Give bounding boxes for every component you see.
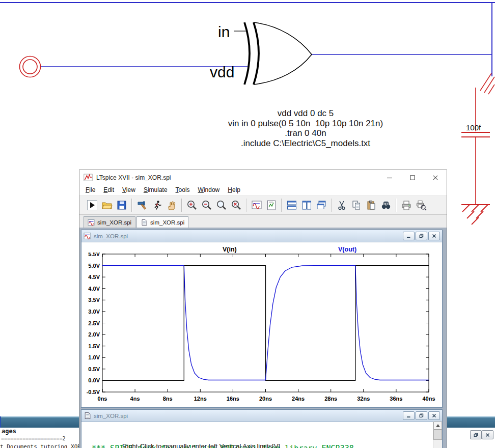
svg-text:32ns: 32ns bbox=[357, 396, 370, 402]
toolbar-run-icon[interactable] bbox=[85, 197, 99, 213]
waveform-plot[interactable]: 5.5V5.0V4.5V4.0V3.5V3.0V2.5V2.0V1.5V1.0V… bbox=[81, 253, 442, 406]
child-close-button[interactable] bbox=[428, 232, 440, 240]
tab-label: sim_XOR.spi bbox=[150, 219, 184, 226]
input-port-symbol[interactable] bbox=[20, 57, 41, 77]
legend-v-out[interactable]: V(out) bbox=[338, 246, 356, 253]
capacitor-symbol[interactable] bbox=[461, 88, 490, 205]
toolbar-separator bbox=[246, 199, 246, 212]
svg-text:5.0V: 5.0V bbox=[88, 263, 100, 269]
toolbar-control-panel-icon[interactable] bbox=[134, 197, 149, 213]
spice-directive-line[interactable]: vin in 0 pulse(0 5 10n 10p 10p 10n 21n) bbox=[168, 119, 443, 129]
gate-input-label[interactable]: in bbox=[218, 23, 230, 40]
netlist-icon bbox=[141, 219, 148, 226]
toolbar-print-icon[interactable] bbox=[399, 197, 414, 213]
child-restore-button[interactable] bbox=[416, 232, 427, 240]
svg-text:40ns: 40ns bbox=[422, 396, 435, 402]
mdi-workspace: sim_XOR.spi V(in) V(out) 5.5V5.0V4.5V4.0… bbox=[79, 228, 447, 448]
svg-text:0.5V: 0.5V bbox=[88, 366, 100, 372]
toolbar-copy-icon[interactable] bbox=[349, 197, 364, 213]
toolbar-zoom-back-icon[interactable] bbox=[199, 197, 214, 213]
toolbar-cut-icon[interactable] bbox=[334, 197, 349, 213]
child-restore-button[interactable] bbox=[416, 411, 427, 420]
svg-text:3.5V: 3.5V bbox=[88, 297, 100, 303]
svg-text:0ns: 0ns bbox=[98, 396, 107, 402]
toolbar-pan-icon[interactable] bbox=[214, 197, 229, 213]
toolbar-zoom-full-extents-icon[interactable] bbox=[229, 197, 243, 213]
toolbar-separator bbox=[181, 199, 182, 212]
child-minimize-button[interactable] bbox=[403, 232, 415, 240]
desktop: in vdd 100f vdd vdd 0 dc 5 vin in 0 puls… bbox=[0, 0, 495, 448]
background-restore-button[interactable] bbox=[470, 430, 482, 439]
menu-window[interactable]: Window bbox=[194, 185, 224, 194]
window-title: LTspice XVII - sim_XOR.spi bbox=[96, 174, 171, 181]
maximize-button[interactable] bbox=[401, 170, 424, 185]
spice-directive-line[interactable]: .include C:\Electric\C5_models.txt bbox=[168, 138, 443, 149]
menu-simulate[interactable]: Simulate bbox=[140, 185, 172, 194]
close-button[interactable] bbox=[424, 170, 447, 185]
menu-edit[interactable]: Edit bbox=[99, 185, 118, 194]
window-title: sim_XOR.spi bbox=[94, 233, 128, 239]
menu-tools[interactable]: Tools bbox=[172, 185, 194, 194]
svg-text:1.5V: 1.5V bbox=[88, 343, 100, 349]
svg-text:1.0V: 1.0V bbox=[88, 354, 100, 360]
svg-text:20ns: 20ns bbox=[259, 396, 272, 402]
toolbar-halt-icon[interactable] bbox=[164, 197, 179, 213]
toolbar-separator bbox=[131, 199, 132, 212]
svg-text:4.0V: 4.0V bbox=[88, 286, 100, 292]
schematic-wires[interactable] bbox=[41, 54, 492, 67]
waveform-icon bbox=[88, 219, 95, 226]
toolbar-open-icon[interactable] bbox=[99, 197, 114, 213]
gate-power-label[interactable]: vdd bbox=[210, 64, 234, 80]
toolbar-print-preview-icon[interactable] bbox=[414, 197, 428, 213]
toolbar-tile-vertical-icon[interactable] bbox=[299, 197, 314, 213]
minimize-button[interactable] bbox=[378, 170, 401, 185]
menu-view[interactable]: View bbox=[118, 185, 140, 194]
child-close-button[interactable] bbox=[428, 411, 440, 420]
toolbar-autorange-y-icon[interactable] bbox=[249, 197, 264, 213]
capacitor-value-label[interactable]: 100f bbox=[466, 123, 481, 132]
legend-v-in[interactable]: V(in) bbox=[223, 246, 237, 253]
waveform-window-titlebar[interactable]: sim_XOR.spi bbox=[81, 230, 442, 242]
status-bar-text: Right-Click to manually enter left Verti… bbox=[122, 442, 280, 448]
menu-file[interactable]: File bbox=[81, 185, 99, 194]
toolbar-zoom-area-icon[interactable] bbox=[184, 197, 199, 213]
scroll-up-button[interactable] bbox=[433, 422, 442, 430]
toolbar-plot-settings-icon[interactable] bbox=[264, 197, 279, 213]
background-close-button[interactable] bbox=[482, 430, 493, 439]
toolbar-cascade-icon[interactable] bbox=[314, 197, 328, 213]
ltspice-app-icon bbox=[84, 173, 93, 182]
spice-directive-line[interactable]: .tran 0 40n bbox=[168, 128, 443, 138]
toolbar-save-icon[interactable] bbox=[114, 197, 129, 213]
svg-text:28ns: 28ns bbox=[324, 396, 337, 402]
tab-waveform[interactable]: sim_XOR.spi bbox=[84, 216, 135, 228]
child-minimize-button[interactable] bbox=[403, 411, 415, 420]
svg-text:2.5V: 2.5V bbox=[88, 320, 100, 326]
xor-gate-symbol[interactable] bbox=[234, 22, 312, 85]
netlist-scrollbar[interactable] bbox=[433, 422, 442, 448]
edge-marker bbox=[480, 73, 494, 94]
spice-directive-line[interactable]: vdd vdd 0 dc 5 bbox=[168, 108, 443, 119]
ltspice-titlebar[interactable]: LTspice XVII - sim_XOR.spi bbox=[79, 170, 447, 185]
scroll-thumb[interactable] bbox=[433, 430, 442, 440]
svg-text:0.0V: 0.0V bbox=[88, 377, 100, 383]
toolbar-separator bbox=[281, 199, 282, 212]
ground-symbol[interactable] bbox=[461, 205, 490, 225]
messages-separator-line: ====================2 bbox=[1, 436, 65, 441]
waveform-window[interactable]: sim_XOR.spi V(in) V(out) 5.5V5.0V4.5V4.0… bbox=[81, 230, 443, 408]
frame-lines bbox=[0, 3, 495, 76]
netlist-icon bbox=[84, 412, 91, 419]
toolbar-run-simulation-icon[interactable] bbox=[149, 197, 164, 213]
svg-text:5.5V: 5.5V bbox=[88, 253, 100, 257]
spice-directives[interactable]: vdd vdd 0 dc 5 vin in 0 pulse(0 5 10n 10… bbox=[168, 108, 443, 148]
toolbar bbox=[79, 195, 447, 215]
svg-text:-0.5V: -0.5V bbox=[87, 389, 100, 395]
menu-help[interactable]: Help bbox=[224, 185, 244, 194]
svg-text:36ns: 36ns bbox=[390, 396, 402, 402]
svg-text:8ns: 8ns bbox=[163, 396, 173, 402]
netlist-window-titlebar[interactable]: sim_XOR.spi bbox=[81, 410, 442, 422]
tab-netlist[interactable]: sim_XOR.spi bbox=[136, 216, 188, 228]
toolbar-paste-icon[interactable] bbox=[364, 197, 378, 213]
svg-text:16ns: 16ns bbox=[227, 396, 239, 402]
toolbar-find-icon[interactable] bbox=[378, 197, 393, 213]
toolbar-tile-horizontal-icon[interactable] bbox=[284, 197, 299, 213]
